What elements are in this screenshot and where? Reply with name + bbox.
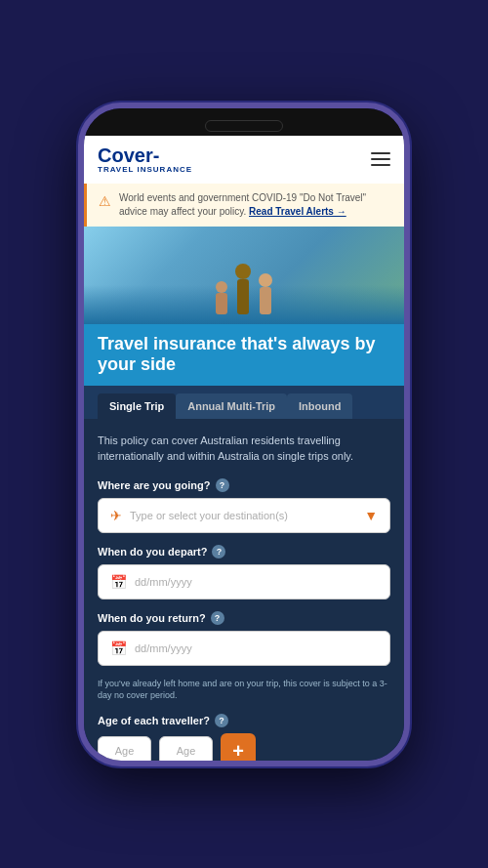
destination-placeholder: Type or select your destination(s): [130, 510, 356, 521]
figure-head: [216, 281, 227, 293]
hamburger-menu-button[interactable]: [371, 152, 390, 166]
hamburger-line: [371, 158, 390, 160]
depart-help-icon[interactable]: ?: [212, 545, 225, 558]
age-input-2[interactable]: Age: [159, 736, 213, 761]
depart-date-input[interactable]: 📅 dd/mm/yyyy: [98, 564, 390, 599]
tab-annual-multi-trip[interactable]: Annual Multi-Trip: [176, 393, 287, 419]
policy-description: This policy can cover Australian residen…: [98, 433, 390, 465]
figure-child: [216, 281, 227, 314]
hero-figures: [216, 264, 272, 314]
read-travel-alerts-link[interactable]: Read Travel Alerts →: [249, 206, 346, 217]
age-help-icon[interactable]: ?: [215, 714, 228, 727]
destination-field-group: Where are you going? ? ✈ Type or select …: [98, 478, 390, 533]
depart-label: When do you depart? ?: [98, 545, 390, 558]
logo: Cover- TRAVEL INSURANCE: [98, 145, 192, 174]
hamburger-line: [371, 152, 390, 154]
alert-banner: ⚠ World events and government COVID-19 "…: [84, 184, 404, 227]
hero-text-banner: Travel insurance that's always by your s…: [84, 324, 404, 386]
tab-inbound[interactable]: Inbound: [287, 393, 352, 419]
app-header: Cover- TRAVEL INSURANCE: [84, 136, 404, 184]
alert-icon: ⚠: [99, 192, 111, 212]
hamburger-line: [371, 164, 390, 166]
destination-input[interactable]: ✈ Type or select your destination(s) ▼: [98, 498, 390, 533]
age-inputs: Age Age +: [98, 733, 390, 761]
hero-image: [84, 227, 404, 324]
destination-help-icon[interactable]: ?: [216, 478, 229, 492]
add-traveller-button[interactable]: +: [221, 733, 256, 761]
age-label: Age of each traveller? ?: [98, 714, 390, 727]
trip-type-tabs: Single Trip Annual Multi-Trip Inbound: [84, 386, 404, 419]
return-date-input[interactable]: 📅 dd/mm/yyyy: [98, 631, 390, 666]
alert-text: World events and government COVID-19 "Do…: [119, 191, 392, 219]
depart-date-placeholder: dd/mm/yyyy: [135, 576, 378, 588]
logo-text: Cover-: [98, 145, 192, 165]
calendar-icon-return: 📅: [110, 641, 127, 656]
age-section: Age of each traveller? ? Age Age +: [98, 714, 390, 761]
age-input-1[interactable]: Age: [98, 736, 151, 761]
figure-head: [235, 264, 251, 279]
figure-head: [259, 273, 272, 287]
plane-icon: ✈: [110, 508, 122, 523]
hero-title: Travel insurance that's always by your s…: [98, 334, 390, 376]
figure-body: [260, 287, 271, 314]
destination-label: Where are you going? ?: [98, 478, 390, 492]
figure-adult: [259, 273, 272, 314]
figure-body: [237, 279, 249, 314]
calendar-icon: 📅: [110, 574, 127, 590]
figure-body: [216, 293, 227, 314]
return-field-group: When do you return? ? 📅 dd/mm/yyyy If yo…: [98, 611, 390, 702]
return-date-placeholder: dd/mm/yyyy: [135, 642, 378, 654]
tab-single-trip[interactable]: Single Trip: [98, 393, 176, 419]
return-date-note: If you've already left home and are on y…: [98, 678, 390, 702]
figure-tall: [235, 264, 251, 314]
return-label: When do you return? ?: [98, 611, 390, 625]
main-content: This policy can cover Australian residen…: [84, 419, 404, 761]
depart-field-group: When do you depart? ? 📅 dd/mm/yyyy: [98, 545, 390, 599]
dropdown-arrow-icon: ▼: [364, 508, 378, 523]
return-help-icon[interactable]: ?: [211, 611, 224, 625]
logo-tagline: TRAVEL INSURANCE: [98, 165, 192, 174]
plus-icon: +: [232, 741, 244, 761]
